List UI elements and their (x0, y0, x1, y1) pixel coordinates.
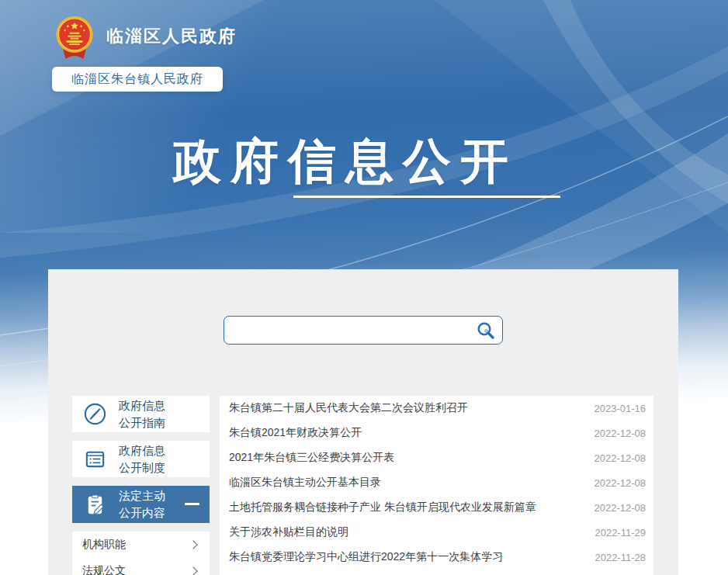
news-date: 2022-12-08 (595, 502, 647, 514)
news-date: 2022-12-08 (595, 428, 647, 439)
document-icon (82, 446, 108, 472)
news-date: 2023-01-16 (595, 403, 647, 414)
news-row: 朱台镇2021年财政决算公开 2022-12-08 (220, 421, 653, 445)
town-gov-badge[interactable]: 临淄区朱台镇人民政府 (52, 67, 223, 92)
chevron-right-icon (189, 566, 197, 575)
sidebar-submenu: 机构职能 法规公文 (72, 532, 210, 575)
news-list: 朱台镇第二十届人民代表大会第二次会议胜利召开 2023-01-16 朱台镇202… (220, 396, 653, 575)
news-row: 朱台镇党委理论学习中心组进行2022年第十一次集体学习 2022-11-28 (220, 545, 653, 570)
news-date: 2022-12-08 (595, 452, 647, 464)
sidebar-item-label-line2: 公开制度 (119, 459, 165, 476)
search-icon (476, 320, 496, 341)
news-title-link[interactable]: 朱台镇2021年财政决算公开 (229, 426, 362, 440)
search-button[interactable] (470, 317, 502, 344)
sidebar-item-label-line2: 公开内容 (119, 504, 165, 521)
sidebar-item-label-line1: 法定主动 (119, 487, 165, 504)
news-title-link[interactable]: 土地托管服务耦合链接种子产业 朱台镇开启现代农业发展新篇章 (229, 501, 536, 514)
submenu-item-label: 机构职能 (82, 538, 126, 552)
collapse-minus-icon[interactable] (185, 503, 199, 505)
title-underline (293, 196, 560, 198)
news-row: 关于涉农补贴栏目的说明 2022-11-29 (220, 520, 653, 545)
content-panel: 政府信息 公开指南 政府信息 公开制度 法定主动 公开内容 机构职能 法规公文 (48, 269, 678, 575)
clipboard-edit-icon (82, 492, 108, 518)
sidebar-item[interactable]: 政府信息 公开指南 (72, 396, 210, 432)
news-date: 2022-11-29 (595, 527, 646, 539)
chevron-right-icon (189, 540, 197, 549)
news-row: 2021年朱台镇三公经费决算公开表 2022-12-08 (220, 445, 653, 470)
page-title: 政府信息公开 (0, 129, 709, 194)
site-header: 临淄区人民政府 (53, 14, 237, 59)
page: 临淄区人民政府 临淄区朱台镇人民政府 政府信息公开 政府信息 公开指南 (0, 0, 728, 575)
parent-gov-name: 临淄区人民政府 (106, 25, 237, 48)
news-row: 朱台镇第二十届人民代表大会第二次会议胜利召开 2023-01-16 (220, 396, 653, 421)
search-bar (224, 316, 503, 345)
sidebar-item[interactable]: 政府信息 公开制度 (72, 441, 210, 477)
national-emblem-icon (53, 14, 96, 59)
sidebar-item-label-line2: 公开指南 (119, 414, 165, 431)
news-title-link[interactable]: 2021年朱台镇三公经费决算公开表 (229, 451, 394, 465)
sidebar-submenu-item[interactable]: 机构职能 (72, 532, 210, 558)
news-date: 2022-11-28 (595, 552, 646, 563)
news-title-link[interactable]: 关于涉农补贴栏目的说明 (229, 525, 348, 539)
news-title-link[interactable]: 朱台镇党委理论学习中心组进行2022年第十一次集体学习 (229, 550, 503, 564)
sidebar: 政府信息 公开指南 政府信息 公开制度 法定主动 公开内容 机构职能 法规公文 (72, 396, 210, 575)
compass-icon (82, 401, 108, 427)
sidebar-item[interactable]: 法定主动 公开内容 (72, 486, 210, 523)
document-icon (83, 447, 107, 471)
compass-icon (83, 402, 107, 426)
search-input[interactable] (224, 317, 470, 344)
sidebar-items: 政府信息 公开指南 政府信息 公开制度 法定主动 公开内容 (72, 396, 210, 523)
sidebar-item-label-line1: 政府信息 (119, 397, 165, 414)
news-title-link[interactable]: 朱台镇第二十届人民代表大会第二次会议胜利召开 (229, 401, 468, 415)
news-title-link[interactable]: 临淄区朱台镇主动公开基本目录 (229, 476, 381, 490)
news-date: 2022-12-08 (595, 477, 647, 489)
clipboard-edit-icon (83, 493, 107, 517)
submenu-item-label: 法规公文 (82, 564, 126, 575)
sidebar-item-label-line1: 政府信息 (119, 442, 165, 459)
sidebar-submenu-item[interactable]: 法规公文 (72, 558, 210, 575)
news-row: 土地托管服务耦合链接种子产业 朱台镇开启现代农业发展新篇章 2022-12-08 (220, 495, 653, 520)
news-row: 临淄区朱台镇主动公开基本目录 2022-12-08 (220, 470, 653, 495)
